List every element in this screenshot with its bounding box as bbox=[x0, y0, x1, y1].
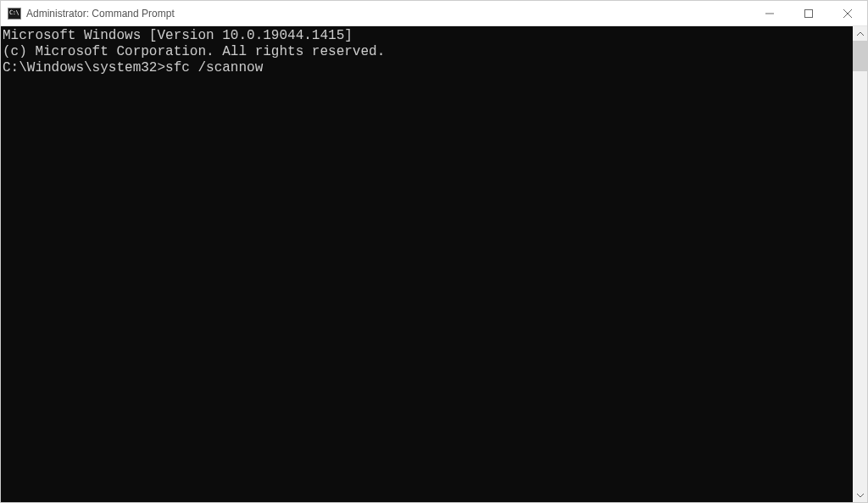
scrollbar-track[interactable] bbox=[853, 41, 867, 488]
maximize-button[interactable] bbox=[789, 1, 828, 25]
minimize-icon bbox=[765, 9, 774, 18]
content-area: Microsoft Windows [Version 10.0.19044.14… bbox=[1, 26, 867, 502]
terminal-prompt: C:\Windows\system32> bbox=[3, 60, 165, 75]
scrollbar-up-button[interactable] bbox=[853, 26, 867, 41]
maximize-icon bbox=[804, 9, 813, 18]
close-icon bbox=[843, 9, 852, 18]
svg-rect-1 bbox=[805, 9, 813, 17]
app-icon: C:\ bbox=[8, 7, 21, 20]
terminal-line: Microsoft Windows [Version 10.0.19044.14… bbox=[3, 28, 851, 44]
titlebar[interactable]: C:\ Administrator: Command Prompt bbox=[1, 1, 867, 26]
scrollbar-down-button[interactable] bbox=[853, 488, 867, 502]
chevron-up-icon bbox=[857, 31, 864, 37]
close-button[interactable] bbox=[828, 1, 867, 25]
command-prompt-window: C:\ Administrator: Command Prompt bbox=[0, 0, 868, 503]
terminal-line: (c) Microsoft Corporation. All rights re… bbox=[3, 44, 851, 60]
window-controls bbox=[750, 1, 867, 25]
terminal-command: sfc /scannow bbox=[165, 60, 263, 75]
window-title: Administrator: Command Prompt bbox=[26, 8, 175, 20]
minimize-button[interactable] bbox=[750, 1, 789, 25]
chevron-down-icon bbox=[857, 492, 864, 499]
scrollbar-thumb[interactable] bbox=[853, 41, 867, 71]
terminal-output[interactable]: Microsoft Windows [Version 10.0.19044.14… bbox=[1, 26, 853, 502]
vertical-scrollbar[interactable] bbox=[853, 26, 867, 502]
terminal-prompt-line: C:\Windows\system32>sfc /scannow bbox=[3, 60, 851, 76]
